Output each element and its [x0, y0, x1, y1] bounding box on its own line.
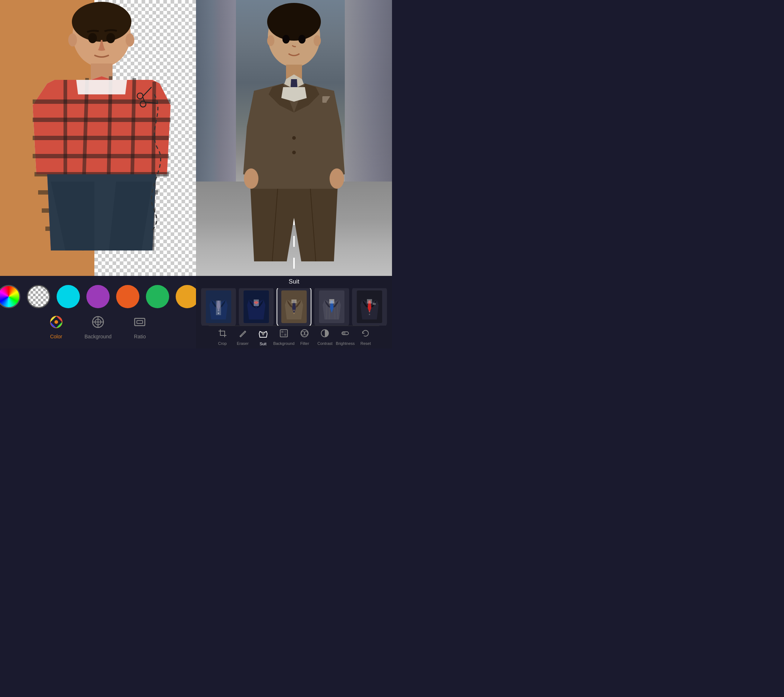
svg-point-38 [292, 151, 296, 154]
nav-item-bg[interactable]: Background [273, 329, 295, 346]
svg-point-43 [282, 35, 290, 44]
suit-brown-svg [281, 290, 307, 323]
eraser-label: Eraser [237, 341, 248, 346]
svg-point-67 [369, 311, 370, 312]
svg-point-37 [292, 136, 296, 140]
suit-gray-svg [319, 290, 344, 323]
suit-thumb-navy[interactable] [201, 288, 236, 326]
reset-label: Reset [361, 341, 371, 346]
svg-point-39 [244, 168, 259, 189]
svg-point-19 [125, 33, 134, 46]
nav-item-reset[interactable]: Reset [355, 329, 376, 346]
color-circles [0, 285, 206, 308]
cut-line-svg [140, 94, 169, 232]
svg-rect-72 [281, 334, 283, 336]
svg-point-26 [54, 320, 58, 324]
color-rainbow[interactable] [0, 285, 20, 308]
ratio-label: Ratio [134, 334, 146, 339]
right-content-bottom: Suit [196, 276, 392, 348]
svg-point-1 [72, 2, 132, 42]
svg-line-23 [145, 98, 158, 107]
brightness-label: Brightness [336, 341, 355, 346]
svg-rect-31 [135, 318, 145, 326]
svg-point-56 [293, 310, 295, 311]
nav-item-contrast[interactable]: Contrast [315, 329, 335, 346]
background-right-icon [280, 329, 288, 340]
reset-icon [361, 329, 370, 340]
svg-rect-65 [367, 299, 372, 303]
suit-thumb-dark[interactable] [352, 288, 387, 326]
suit-navy-bow-svg [244, 290, 269, 323]
color-amber[interactable] [176, 285, 199, 308]
left-image-area [0, 0, 196, 276]
svg-point-16 [88, 33, 97, 43]
color-orange[interactable] [116, 285, 139, 308]
svg-rect-73 [284, 331, 287, 333]
svg-point-46 [314, 35, 321, 46]
right-image-area [196, 0, 392, 276]
left-toolbar: Color Background [0, 276, 196, 348]
suit-thumb-gray[interactable] [314, 288, 349, 326]
color-label: Color [50, 334, 62, 339]
filter-icon [300, 329, 309, 340]
svg-point-17 [106, 33, 115, 43]
right-toolbar: Crop Eraser [209, 326, 380, 348]
right-panel: Suit [196, 0, 392, 348]
left-panel: Color Background [0, 0, 196, 348]
crop-label: Crop [218, 341, 227, 346]
svg-point-21 [139, 100, 147, 108]
suit-thumb-navy-bow[interactable] [239, 288, 274, 326]
suit-section-label: Suit [288, 278, 299, 285]
svg-point-34 [267, 3, 321, 41]
background-label: Background [84, 334, 112, 339]
brightness-icon [341, 329, 349, 340]
color-transparent[interactable] [27, 285, 50, 308]
suit-thumb-brown[interactable] [277, 288, 311, 326]
svg-rect-32 [137, 321, 143, 323]
svg-rect-79 [342, 332, 346, 335]
building-left [196, 0, 236, 199]
filter-label: Filter [300, 341, 309, 346]
nav-item-crop[interactable]: Crop [212, 329, 233, 346]
color-cyan[interactable] [57, 285, 80, 308]
color-green[interactable] [146, 285, 169, 308]
person-silhouette [11, 0, 178, 276]
svg-rect-63 [329, 299, 334, 303]
crop-icon [218, 329, 227, 340]
nav-item-ratio[interactable]: Ratio [133, 315, 146, 339]
suit-navy-svg [206, 290, 231, 323]
svg-point-57 [293, 313, 295, 314]
nav-item-background[interactable]: Background [84, 315, 112, 339]
svg-point-18 [68, 33, 77, 46]
suit-person-svg [232, 0, 356, 276]
svg-rect-71 [284, 334, 287, 336]
left-nav-items: Color Background [50, 315, 147, 339]
svg-point-50 [218, 313, 219, 314]
eraser-icon [239, 329, 247, 340]
contrast-icon [321, 329, 329, 340]
svg-point-74 [301, 330, 308, 337]
svg-point-45 [267, 35, 274, 46]
svg-point-68 [369, 314, 370, 315]
person-svg [18, 0, 196, 272]
svg-point-40 [329, 168, 344, 189]
nav-item-filter[interactable]: Filter [294, 329, 315, 346]
background-right-label: Background [273, 341, 295, 346]
suit-dark-svg [357, 290, 382, 323]
background-icon [91, 315, 105, 331]
nav-item-eraser[interactable]: Eraser [233, 329, 253, 346]
ratio-icon [133, 315, 146, 331]
color-icon [50, 315, 63, 331]
nav-item-brightness[interactable]: Brightness [335, 329, 355, 346]
svg-rect-55 [292, 300, 296, 303]
nav-item-color[interactable]: Color [50, 315, 63, 339]
color-purple[interactable] [86, 285, 110, 308]
svg-rect-53 [254, 300, 259, 306]
contrast-label: Contrast [318, 341, 333, 346]
suit-label: Suit [260, 342, 267, 346]
svg-point-44 [298, 35, 306, 44]
suit-icon [259, 328, 268, 340]
nav-item-suit[interactable]: Suit [253, 328, 273, 346]
svg-rect-70 [281, 331, 283, 333]
svg-rect-66 [373, 303, 376, 305]
